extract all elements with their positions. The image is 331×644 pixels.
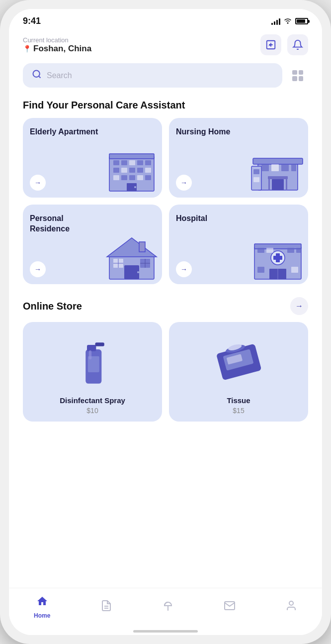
svg-rect-54	[296, 248, 301, 253]
svg-point-45	[137, 271, 139, 273]
svg-rect-23	[253, 158, 303, 164]
svg-rect-30	[271, 164, 279, 171]
tissue-name: Tissue	[227, 396, 250, 405]
hospital-illustration	[250, 233, 305, 280]
battery-icon	[295, 18, 308, 24]
personal-residence-illustration	[104, 233, 159, 280]
svg-rect-52	[266, 248, 273, 253]
elderly-apartment-illustration	[104, 146, 159, 194]
home-icon	[36, 595, 48, 610]
elderly-apartment-arrow[interactable]: →	[30, 175, 46, 191]
svg-rect-14	[145, 168, 151, 173]
wifi-icon	[283, 17, 292, 25]
tissue-card[interactable]: Tissue $15	[169, 322, 308, 422]
svg-point-21	[134, 186, 136, 188]
hospital-arrow[interactable]: →	[176, 261, 192, 277]
disinfectant-spray-name: Disinfectant Spray	[60, 396, 125, 405]
hospital-title: Hospital	[176, 214, 251, 224]
personal-residence-title: Personal Residence	[30, 214, 105, 234]
nav-profile[interactable]	[278, 598, 304, 617]
svg-rect-32	[291, 164, 296, 171]
nav-plant[interactable]	[155, 598, 181, 617]
svg-text:A: A	[268, 43, 271, 47]
svg-rect-12	[129, 168, 135, 173]
svg-rect-15	[113, 175, 119, 180]
app-content: Current location 📍 Foshan, China A	[9, 29, 322, 588]
personal-residence-card[interactable]: Personal Residence →	[23, 205, 162, 284]
elderly-apartment-card[interactable]: Elderly Apartment →	[23, 118, 162, 198]
search-bar[interactable]: Search	[23, 63, 282, 88]
header-actions: A	[260, 34, 308, 55]
online-store-header: Online Store →	[9, 287, 322, 322]
phone-screen: 9:41	[9, 9, 322, 635]
svg-rect-55	[257, 267, 264, 273]
svg-rect-51	[257, 248, 264, 253]
header-section: Current location 📍 Foshan, China A	[9, 29, 322, 96]
svg-rect-31	[281, 164, 289, 171]
svg-rect-4	[109, 154, 154, 159]
search-row: Search	[23, 63, 308, 88]
svg-rect-56	[291, 267, 298, 273]
grid-toggle-button[interactable]	[287, 65, 308, 86]
hospital-card[interactable]: Hospital →	[169, 205, 308, 284]
svg-rect-9	[145, 160, 151, 165]
location-text: Current location 📍 Foshan, China	[23, 36, 91, 54]
home-indicator	[9, 631, 322, 635]
svg-rect-26	[268, 179, 270, 190]
profile-icon	[285, 600, 297, 615]
time-display: 9:41	[23, 16, 41, 26]
elderly-apartment-title: Elderly Apartment	[30, 127, 105, 137]
location-row: Current location 📍 Foshan, China A	[23, 34, 308, 55]
nav-home[interactable]: Home	[27, 593, 57, 621]
city-display: 📍 Foshan, China	[23, 44, 91, 54]
svg-rect-7	[129, 160, 135, 165]
svg-rect-27	[286, 179, 287, 190]
nursing-home-arrow[interactable]: →	[176, 175, 192, 191]
disinfectant-spray-card[interactable]: Disinfectant Spray $10	[23, 322, 162, 422]
nursing-home-title: Nursing Home	[176, 127, 251, 137]
translate-button[interactable]: A	[260, 34, 281, 55]
svg-rect-13	[137, 168, 143, 173]
svg-rect-16	[121, 175, 127, 180]
svg-rect-37	[139, 242, 145, 252]
svg-rect-17	[129, 175, 135, 180]
store-see-all-button[interactable]: →	[290, 297, 308, 315]
svg-rect-5	[113, 160, 119, 165]
nav-documents[interactable]	[93, 598, 119, 617]
home-bar	[133, 630, 198, 633]
notification-button[interactable]	[287, 34, 308, 55]
svg-marker-36	[107, 238, 157, 257]
nursing-home-illustration	[250, 146, 305, 194]
svg-rect-10	[113, 168, 119, 173]
svg-rect-18	[137, 175, 143, 180]
nav-home-label: Home	[34, 612, 50, 619]
store-grid: Disinfectant Spray $10	[9, 322, 322, 422]
location-label: Current location	[23, 36, 91, 44]
svg-rect-44	[124, 265, 139, 279]
svg-rect-19	[145, 175, 151, 180]
svg-rect-8	[137, 160, 143, 165]
svg-rect-33	[253, 169, 259, 174]
nursing-home-card[interactable]: Nursing Home →	[169, 118, 308, 198]
personal-residence-arrow[interactable]: →	[30, 261, 46, 277]
svg-rect-63	[89, 350, 92, 359]
svg-point-71	[289, 601, 293, 605]
tissue-image	[176, 330, 301, 391]
svg-rect-6	[121, 160, 127, 165]
svg-point-2	[33, 71, 40, 77]
plant-icon	[162, 600, 174, 615]
svg-rect-50	[273, 256, 282, 260]
svg-rect-61	[95, 342, 104, 346]
tissue-price: $15	[233, 407, 244, 415]
signal-icon	[271, 18, 280, 25]
svg-rect-28	[272, 179, 284, 190]
bottom-nav: Home	[9, 588, 322, 631]
svg-rect-60	[87, 344, 96, 351]
pin-icon: 📍	[23, 45, 31, 53]
phone-shell: 9:41	[0, 0, 331, 644]
search-icon	[32, 69, 42, 82]
care-cards-grid: Elderly Apartment →	[9, 118, 322, 284]
status-bar: 9:41	[9, 9, 322, 29]
grid-icon	[292, 70, 303, 81]
nav-mail[interactable]	[217, 598, 243, 617]
